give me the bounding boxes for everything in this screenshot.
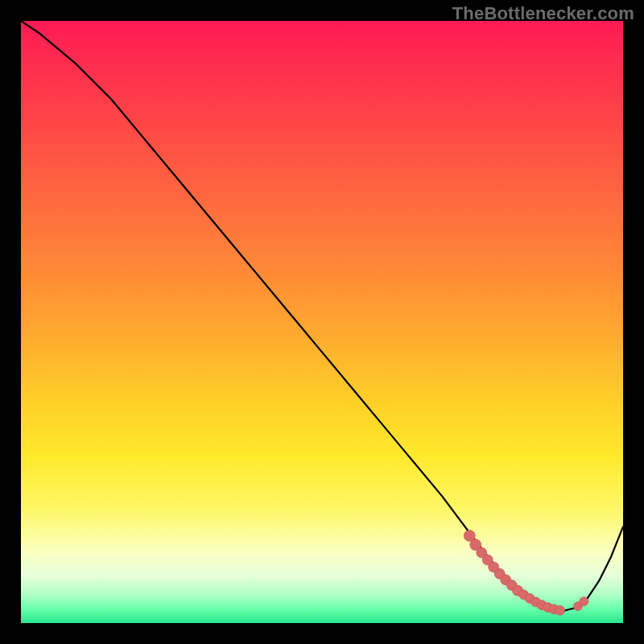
attribution-label: TheBottlenecker.com <box>452 3 634 24</box>
sweet-spot-dot <box>580 597 588 606</box>
sweet-spot-dots <box>464 530 588 616</box>
chart-stage: TheBottlenecker.com <box>0 0 644 644</box>
bottleneck-curve <box>21 21 623 611</box>
chart-overlay-svg <box>21 21 623 623</box>
plot-area <box>21 21 623 623</box>
sweet-spot-dot <box>555 605 564 615</box>
